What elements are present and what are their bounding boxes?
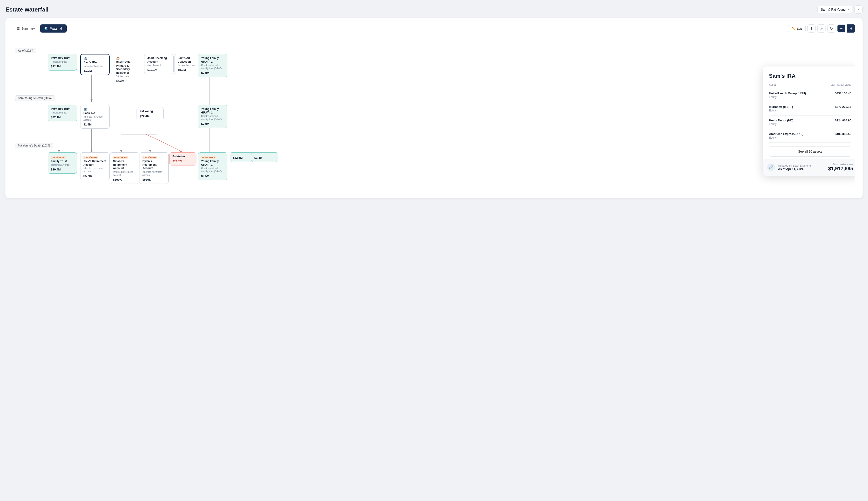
panel-row-hd[interactable]: Home Depot (HD) Equity $224,904.90: [769, 116, 851, 129]
edit-button[interactable]: ✏️ Edit: [788, 25, 806, 32]
phase-as-of: As of (2024): [15, 48, 36, 53]
download-button[interactable]: ⬇: [807, 24, 816, 33]
footer-right: Total market value $1,917,695: [828, 163, 853, 172]
header-right: Sam & Pat Young ▾ ⋮: [817, 6, 862, 13]
node-family-trust-3[interactable]: Out of estate Family Trust Testamentary …: [48, 152, 77, 174]
client-name: Sam & Pat Young: [821, 8, 846, 11]
page-title: Estate waterfall: [6, 6, 49, 13]
panel-row-axp[interactable]: American Express (AXP) Equity $103,333.5…: [769, 129, 851, 143]
tab-group: ☰ Summary 🌊 Waterfall: [13, 24, 67, 33]
page-header: Estate waterfall Sam & Pat Young ▾ ⋮: [6, 6, 862, 13]
panel-footer: 🔗 Updated by Black Diamond As of Apr 11,…: [763, 159, 855, 176]
node-real-estate-1[interactable]: 🏠 Real Estate - Primary & Secondary Resi…: [113, 54, 142, 85]
tab-waterfall[interactable]: 🌊 Waterfall: [40, 24, 67, 33]
footer-info: Updated by Black Diamond As of Apr 11, 2…: [778, 164, 825, 171]
node-dylans-retirement-3[interactable]: Out of estate Dylan's Retirement Account…: [139, 152, 169, 184]
main-card: ☰ Summary 🌊 Waterfall ✏️ Edit ⬇ ⤢ ↻ − + …: [6, 18, 862, 198]
panel-row-unh[interactable]: UnitedHealth Group (UNH) Equity $338,150…: [769, 88, 851, 102]
summary-icon: ☰: [17, 26, 20, 31]
detail-panel: Sam's IRA Asset Total market value Unite…: [763, 66, 855, 176]
expand-button[interactable]: ⤢: [817, 24, 825, 33]
node-pats-rev-trust-1[interactable]: Pat's Rev Trust Revocable trust $22.1M: [48, 54, 77, 71]
node-joint-checking-1[interactable]: Joint Checking Account Joint Account $10…: [144, 54, 174, 74]
refresh-button[interactable]: ↻: [827, 24, 835, 33]
node-natalies-retirement-3[interactable]: Out of estate Natalie's Retirement Accou…: [110, 152, 139, 184]
phase-pat-death: Pat Young's Death (2034): [15, 143, 53, 148]
phase-sam-death: Sam Young's Death (2024): [15, 95, 54, 101]
node-pat-young-2[interactable]: Pat Young $22.4M: [137, 107, 164, 120]
node-young-grat-1[interactable]: Young Family GRAT - 1 Grantor retained a…: [198, 54, 227, 77]
tab-summary[interactable]: ☰ Summary: [13, 24, 39, 33]
toolbar: ☰ Summary 🌊 Waterfall ✏️ Edit ⬇ ⤢ ↻ − +: [13, 24, 855, 33]
panel-row-msft[interactable]: Microsoft (MSFT) Equity $270,229.17: [769, 102, 851, 116]
node-alexs-retirement-3[interactable]: Out of estate Alex's Retirement Account …: [80, 152, 110, 180]
chevron-down-icon: ▾: [847, 8, 849, 11]
more-options-button[interactable]: ⋮: [855, 6, 862, 13]
phase-line-pat-death: [13, 146, 855, 146]
link-icon: 🔗: [767, 163, 775, 171]
phase-line-as-of: [13, 51, 855, 51]
see-all-button[interactable]: See all 30 assets: [769, 146, 851, 157]
toolbar-actions: ✏️ Edit ⬇ ⤢ ↻ − +: [788, 24, 855, 33]
edit-icon: ✏️: [792, 27, 795, 30]
node-pats-ira-2[interactable]: 🏦 Pat's IRA Inherited retirement account…: [80, 105, 110, 129]
node-estate-tax-3[interactable]: Estate tax $23.2M: [169, 152, 196, 166]
waterfall-icon: 🌊: [44, 26, 49, 31]
panel-title: Sam's IRA: [769, 73, 851, 79]
node-young-grat-2[interactable]: Young Family GRAT - 1 Grantor retained a…: [198, 105, 227, 128]
node-pats-rev-trust-2[interactable]: Pat's Rev Trust Revocable trust $22.1M: [48, 105, 77, 121]
phase-line-sam-death: [13, 98, 855, 98]
zoom-in-button[interactable]: +: [847, 24, 855, 33]
panel-table-header: Asset Total market value: [769, 83, 851, 88]
node-young-grat-3[interactable]: Out of estate Young Family GRAT - 1 Gran…: [198, 152, 227, 180]
zoom-out-button[interactable]: −: [837, 24, 845, 33]
node-sams-ira-1[interactable]: 🏦 Sam's IRA Retirement account $1.9M: [80, 54, 110, 75]
waterfall-area: As of (2024) Sam Young's Death (2024) Pa…: [13, 37, 855, 191]
client-selector[interactable]: Sam & Pat Young ▾: [817, 6, 852, 13]
node-extra-2[interactable]: $1.4M: [251, 152, 278, 162]
